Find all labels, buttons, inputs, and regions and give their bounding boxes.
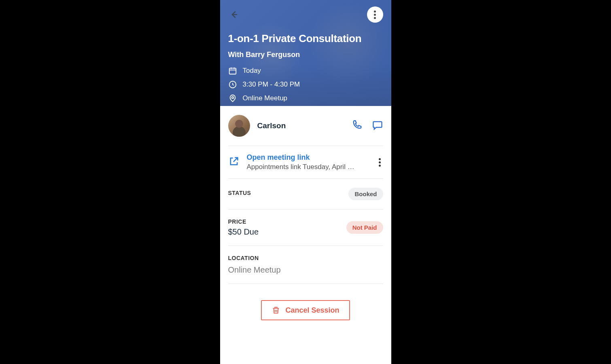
session-date: Today xyxy=(243,67,261,75)
phone-icon xyxy=(352,119,363,131)
chat-button[interactable] xyxy=(372,119,383,132)
call-button[interactable] xyxy=(352,119,363,132)
location-section: LOCATION Online Meetup xyxy=(228,246,383,284)
session-time-row: 3:30 PM - 4:30 PM xyxy=(228,80,383,89)
clock-icon xyxy=(228,80,237,89)
session-date-row: Today xyxy=(228,66,383,75)
price-value: $50 Due xyxy=(228,227,259,237)
session-host: With Barry Ferguson xyxy=(228,51,383,59)
meeting-link-row[interactable]: Open meeting link Appointments link Tues… xyxy=(228,146,383,179)
chat-icon xyxy=(372,119,383,131)
client-avatar[interactable] xyxy=(228,115,250,137)
status-section: STATUS Booked xyxy=(228,179,383,210)
more-vertical-icon xyxy=(374,11,376,19)
location-label: LOCATION xyxy=(228,255,383,261)
location-value: Online Meetup xyxy=(228,265,383,275)
svg-point-2 xyxy=(231,97,233,99)
status-label: STATUS xyxy=(228,190,251,196)
svg-rect-0 xyxy=(229,68,236,74)
price-section: PRICE $50 Due Not Paid xyxy=(228,210,383,246)
more-vertical-icon xyxy=(379,158,381,167)
back-button[interactable] xyxy=(228,9,240,20)
session-title: 1-on-1 Private Consultation xyxy=(228,32,383,45)
cancel-session-label: Cancel Session xyxy=(285,306,339,315)
more-options-button[interactable] xyxy=(367,6,383,23)
back-arrow-icon xyxy=(229,10,239,19)
session-location: Online Meetup xyxy=(243,94,288,102)
calendar-icon xyxy=(228,66,237,75)
status-badge: Booked xyxy=(348,188,383,200)
session-header: 1-on-1 Private Consultation With Barry F… xyxy=(220,0,391,106)
session-time: 3:30 PM - 4:30 PM xyxy=(243,80,300,89)
session-location-row: Online Meetup xyxy=(228,94,383,103)
payment-status-badge: Not Paid xyxy=(346,221,383,234)
app-screen: 1-on-1 Private Consultation With Barry F… xyxy=(220,0,391,364)
meeting-link-more-button[interactable] xyxy=(376,156,383,169)
meeting-link-title: Open meeting link xyxy=(247,153,369,162)
external-link-icon xyxy=(228,156,240,167)
price-label: PRICE xyxy=(228,218,259,225)
trash-icon xyxy=(272,306,280,315)
client-name: Carlson xyxy=(257,121,344,130)
client-row: Carlson xyxy=(228,106,383,146)
meeting-link-subtitle: Appointments link Tuesday, April … xyxy=(247,163,369,171)
cancel-session-button[interactable]: Cancel Session xyxy=(261,300,350,320)
location-pin-icon xyxy=(228,94,237,103)
